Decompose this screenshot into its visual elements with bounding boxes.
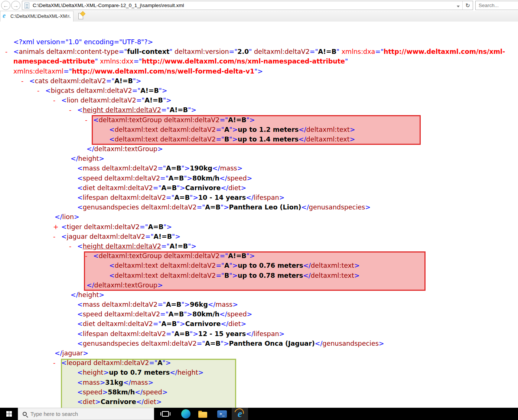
xml-token: "> [221, 340, 229, 347]
forward-button[interactable]: → [11, 1, 20, 10]
xml-token: "> [229, 136, 238, 143]
windows-taskbar: >_ e [0, 408, 518, 420]
browser-search-box[interactable] [475, 1, 518, 10]
edge-button[interactable] [177, 408, 194, 420]
xml-token: xmlns:dxa [342, 48, 375, 55]
xml-token: < [77, 301, 83, 308]
xml-token: A!=B [140, 87, 159, 94]
xml-token: lion deltaxml:deltaV2 [67, 97, 136, 104]
xml-token: 190kg [190, 165, 212, 172]
xml-token: </ [71, 155, 78, 162]
xml-token: diet [83, 398, 95, 406]
xml-token: " [249, 48, 254, 55]
xml-token: namespaced-attribute [13, 58, 95, 65]
tab-close-button[interactable]: × [65, 13, 71, 19]
document-icon [25, 3, 29, 9]
task-view-button[interactable] [157, 408, 173, 420]
taskbar-search-box[interactable] [18, 408, 154, 420]
xml-token: deltaxml:text deltaxml:deltaV2 [115, 262, 216, 269]
collapse-toggle[interactable]: - [5, 47, 13, 56]
xml-line: <genusandspecies deltaxml:deltaV2="A=B">… [0, 339, 518, 348]
xml-token: 12 - 15 years [198, 330, 246, 338]
xml-token: =" [153, 184, 162, 192]
xml-token: =" [166, 330, 175, 338]
xml-token: </ [219, 175, 227, 182]
xml-token: leopard deltaxml:deltaV2 [67, 359, 149, 367]
xml-token: A!=B [114, 77, 133, 85]
collapse-toggle[interactable]: - [37, 86, 45, 95]
refresh-button[interactable]: ↻ [462, 1, 473, 10]
collapse-toggle[interactable]: - [53, 358, 61, 368]
collapse-toggle[interactable]: + [53, 222, 61, 232]
xml-token: animals deltaxml:content-type [19, 48, 119, 55]
xml-token: =" [197, 204, 205, 211]
xml-token: =" [160, 175, 169, 182]
collapse-toggle[interactable]: - [21, 76, 29, 86]
xml-token: A=B [166, 165, 182, 172]
xml-token: Panthera Leo (Lion) [229, 204, 302, 211]
xml-token: > [103, 369, 109, 376]
xml-token: "> [188, 106, 196, 114]
browser-search-input[interactable] [479, 1, 516, 9]
internet-explorer-button[interactable]: e [232, 408, 248, 420]
file-explorer-icon [198, 412, 207, 418]
xml-token: </ [299, 126, 306, 133]
powershell-icon: >_ [217, 410, 227, 418]
xml-token: </ [219, 310, 227, 318]
internet-explorer-favicon: e [3, 12, 6, 20]
xml-token: </ [123, 379, 131, 386]
xml-token: < [77, 106, 83, 114]
xml-token: > [350, 126, 355, 133]
xml-token: > [99, 155, 104, 162]
xml-token: < [77, 184, 83, 192]
file-explorer-button[interactable] [195, 408, 211, 420]
edge-icon [181, 409, 190, 419]
xml-token: < [77, 165, 83, 172]
back-button[interactable]: ← [1, 1, 10, 10]
address-bar[interactable]: C:\DeltaXML\DeltaXML-XML-Compare-12_0_1_… [22, 1, 473, 10]
xml-document-view: <?xml version="1.0" encoding="UTF-8"?>-<… [0, 22, 518, 408]
new-tab-button[interactable] [77, 12, 86, 20]
address-dropdown-icon[interactable] [454, 2, 462, 9]
collapse-toggle[interactable]: - [85, 115, 92, 125]
xml-token: < [93, 116, 99, 124]
collapse-toggle[interactable]: - [69, 241, 76, 251]
xml-token: A!=B [170, 106, 188, 114]
xml-line: namespaced-attribute" xmlns:dxx="http://… [0, 56, 518, 66]
xml-token: > [241, 320, 247, 328]
xml-line: -<lion deltaxml:deltaV2="A!=B"> [0, 95, 518, 105]
xml-token: deltaxml:text [306, 126, 350, 133]
collapse-toggle[interactable]: - [53, 95, 61, 105]
xml-token: diet deltaxml:deltaV2 [83, 320, 153, 328]
xml-token: mass deltaxml:deltaV2 [83, 301, 157, 308]
xml-token: =" [161, 106, 170, 114]
xml-line: <deltaxml:text deltaxml:deltaV2="A">up t… [0, 261, 518, 270]
xml-token: </ [246, 330, 254, 338]
xml-token: "> [133, 77, 141, 85]
collapse-toggle[interactable]: - [53, 232, 61, 241]
xml-token: "> [229, 262, 238, 269]
xml-token: deltaxml:textGroup deltaxml:deltaV2 [99, 252, 220, 260]
tab-result-xml[interactable]: e C:\DeltaXML\DeltaXML-XM... × [0, 11, 74, 22]
start-button[interactable] [0, 408, 18, 420]
xml-token: =" [149, 359, 157, 367]
xml-token: B [224, 272, 229, 279]
xml-line: xmlns:deltaxml="http://www.deltaxml.com/… [0, 66, 518, 76]
xml-token: =" [145, 233, 154, 240]
xml-token: A=B [161, 320, 177, 328]
url-text[interactable]: C:\DeltaXML\DeltaXML-XML-Compare-12_0_1_… [33, 3, 184, 8]
xml-token: =" [63, 68, 72, 75]
xml-token: < [77, 310, 83, 318]
powershell-button[interactable]: >_ [214, 408, 230, 420]
collapse-toggle[interactable]: - [69, 105, 76, 115]
xml-token: </ [299, 136, 306, 143]
xml-token: mass deltaxml:deltaV2 [83, 165, 157, 172]
xml-token: > [95, 398, 101, 406]
collapse-toggle[interactable]: - [85, 251, 92, 261]
xml-token: "> [172, 233, 180, 240]
xml-token: diet [228, 320, 241, 328]
xml-line: <?xml version="1.0" encoding="UTF-8"?> [0, 37, 518, 47]
xml-token: </ [136, 398, 144, 406]
taskbar-search-input[interactable] [30, 411, 127, 417]
xml-token: A!=B [170, 242, 188, 250]
